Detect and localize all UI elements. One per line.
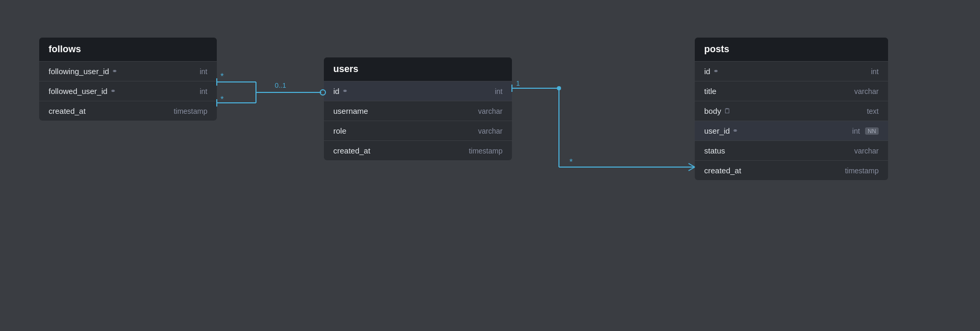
field-name: body 🗒: [704, 107, 839, 115]
canvas: follows following_user_id ⚭ int followed…: [0, 0, 980, 331]
link-icon: ⚭: [112, 67, 118, 75]
field-name: followed_user_id ⚭: [49, 87, 168, 96]
field-label: id: [333, 87, 340, 96]
posts-table: posts id ⚭ int title varchar body 🗒 text…: [695, 38, 888, 180]
table-row: id ⚭ int: [324, 81, 512, 101]
link-icon: ⚭: [110, 87, 116, 95]
field-label: following_user_id: [49, 67, 109, 76]
field-label: user_id: [704, 126, 730, 135]
field-name: username: [333, 107, 463, 115]
field-name: status: [704, 146, 839, 155]
field-type: timestamp: [466, 147, 503, 155]
field-label: username: [333, 107, 368, 115]
field-label: status: [704, 146, 725, 155]
svg-text:*: *: [220, 95, 224, 104]
field-type: varchar: [842, 147, 879, 155]
field-type: int: [466, 87, 503, 96]
field-name: following_user_id ⚭: [49, 67, 168, 76]
table-row: created_at timestamp: [39, 101, 217, 121]
field-name: role: [333, 126, 463, 135]
svg-text:*: *: [220, 72, 224, 81]
field-label: title: [704, 87, 716, 96]
field-type: int: [171, 67, 207, 76]
field-type: int: [171, 87, 207, 96]
link-icon: ⚭: [732, 127, 738, 135]
field-type: int: [842, 67, 879, 76]
table-row: created_at timestamp: [324, 140, 512, 160]
field-name: title: [704, 87, 839, 96]
field-name: created_at: [333, 146, 463, 155]
users-table-header: users: [324, 57, 512, 81]
table-row: status varchar: [695, 140, 888, 160]
table-row: user_id ⚭ int NN: [695, 121, 888, 140]
table-row: username varchar: [324, 101, 512, 121]
field-type: varchar: [466, 107, 503, 115]
field-label: body: [704, 107, 721, 115]
note-icon: 🗒: [724, 107, 731, 115]
table-row: title varchar: [695, 81, 888, 101]
table-row: created_at timestamp: [695, 160, 888, 180]
field-label: role: [333, 126, 346, 135]
svg-text:1: 1: [516, 79, 520, 87]
field-type: varchar: [842, 87, 879, 96]
field-type: varchar: [466, 127, 503, 135]
svg-text:0..1: 0..1: [275, 81, 286, 89]
field-type: text: [842, 107, 879, 115]
field-label: created_at: [704, 166, 741, 175]
link-icon: ⚭: [342, 87, 348, 95]
svg-line-15: [689, 163, 695, 167]
table-row: following_user_id ⚭ int: [39, 61, 217, 81]
link-icon: ⚭: [713, 67, 719, 75]
field-label: created_at: [333, 146, 370, 155]
table-row: body 🗒 text: [695, 101, 888, 121]
field-name: id ⚭: [704, 67, 839, 76]
svg-line-16: [689, 167, 695, 171]
field-type: int: [823, 127, 860, 135]
table-row: followed_user_id ⚭ int: [39, 81, 217, 101]
svg-point-18: [557, 86, 561, 90]
posts-table-header: posts: [695, 38, 888, 61]
svg-text:*: *: [569, 158, 573, 167]
field-label: id: [704, 67, 710, 76]
field-name: created_at: [49, 107, 168, 115]
field-label: followed_user_id: [49, 87, 108, 96]
field-name: created_at: [704, 166, 839, 175]
field-name: id ⚭: [333, 87, 463, 96]
users-table: users id ⚭ int username varchar role var…: [324, 57, 512, 160]
field-name: user_id ⚭: [704, 126, 820, 135]
table-row: role varchar: [324, 121, 512, 140]
follows-table: follows following_user_id ⚭ int followed…: [39, 38, 217, 121]
nn-badge: NN: [865, 127, 879, 135]
table-row: id ⚭ int: [695, 61, 888, 81]
field-type: timestamp: [171, 107, 207, 115]
follows-table-header: follows: [39, 38, 217, 61]
field-type: timestamp: [842, 167, 879, 175]
field-label: created_at: [49, 107, 86, 115]
